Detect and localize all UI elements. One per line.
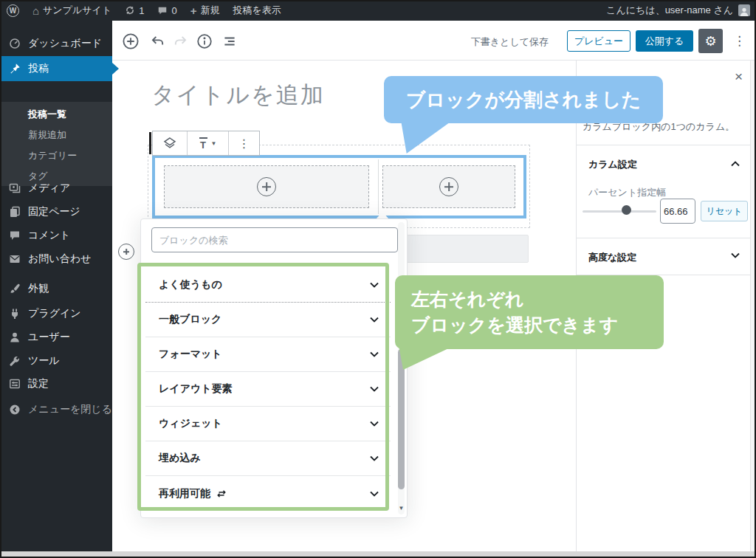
sibling-inserter-button[interactable] [118,244,134,260]
collapse-arrow-icon [9,404,21,416]
pages-icon [9,206,21,218]
sidebar-item-dashboard[interactable]: ダッシュボード [0,32,112,55]
sidebar-item-comments[interactable]: コメント [0,224,112,247]
submenu-item-add-new[interactable]: 新規追加 [28,128,112,142]
site-name-link[interactable]: ⌂ サンプルサイト [26,0,118,21]
new-content-button[interactable]: + 新規 [184,0,227,21]
category-most-used[interactable]: よく使うもの [145,268,391,303]
kebab-icon: ⋮ [238,137,250,151]
block-navigation-button[interactable] [220,32,239,51]
wordpress-admin-screen: W ⌂ サンプルサイト 1 0 + 新規 [0,0,756,558]
sidebar-item-label: お問い合わせ [28,252,91,266]
width-value-input[interactable] [660,199,695,224]
category-label: 再利用可能 [159,487,210,500]
comment-bubble-icon [157,5,168,16]
content-structure-button[interactable] [195,32,214,51]
home-icon: ⌂ [32,5,39,16]
active-menu-arrow [112,63,119,75]
undo-button[interactable] [148,32,167,51]
block-search-input[interactable] [151,227,398,252]
sidebar-item-label: メニューを閉じる [28,403,112,416]
wordpress-logo-icon: W [7,4,19,17]
preview-button[interactable]: プレビュー [567,30,630,52]
sidebar-item-settings[interactable]: 設定 [0,373,112,395]
comment-icon [9,230,21,241]
user-greeting[interactable]: こんにちは、user-name さん [606,4,733,17]
submenu-item-all-posts[interactable]: 投稿一覧 [28,108,112,121]
advanced-settings-header[interactable]: 高度な設定 [588,251,636,264]
chevron-down-icon [370,421,379,427]
tooltip-block-split: ブロックが分割されました [384,76,663,123]
block-caret [149,132,151,154]
chevron-down-icon [370,317,379,323]
view-post-link[interactable]: 投稿を表示 [226,0,287,21]
sidebar-item-label: 投稿 [28,62,49,75]
more-options-button[interactable]: ⋮ [733,32,746,51]
plug-icon [9,308,21,320]
window-scrollbar[interactable] [750,61,755,553]
column-block-type-button[interactable] [153,131,187,155]
column-left[interactable] [164,165,369,208]
category-reusable[interactable]: 再利用可能 [145,476,391,511]
scrollbar-thumb[interactable] [398,349,405,489]
settings-gear-button[interactable]: ⚙ [698,29,723,53]
empty-block-placeholder[interactable] [406,235,529,263]
reusable-loop-icon [216,489,227,498]
sidebar-item-appearance[interactable]: 外観 [0,278,112,300]
close-sidebar-button[interactable]: × [735,69,743,83]
chevron-down-icon[interactable] [731,252,740,258]
vertical-align-icon: T [199,137,207,150]
chevron-down-icon [370,386,379,392]
site-name-label: サンプルサイト [43,4,111,17]
column-settings-header[interactable]: カラム設定 [588,158,637,171]
update-icon [125,5,135,16]
category-layout[interactable]: レイアウト要素 [145,372,391,407]
selected-columns-block[interactable] [152,155,526,218]
sidebar-item-plugins[interactable]: プラグイン [0,303,112,325]
sidebar-item-media[interactable]: メディア [0,177,112,199]
reset-button[interactable]: リセット [701,201,748,221]
dashboard-icon [9,38,21,49]
sidebar-item-pages[interactable]: 固定ページ [0,201,112,223]
post-title-placeholder[interactable]: タイトルを追加 [151,80,325,111]
width-slider-handle[interactable] [622,205,631,215]
user-icon [9,331,21,343]
posts-submenu: 投稿一覧 新規追加 カテゴリー タグ [0,102,112,186]
comments-indicator[interactable]: 0 [151,0,183,21]
column-right[interactable] [382,165,515,208]
block-more-options-button[interactable]: ⋮ [228,131,259,155]
sidebar-item-contact[interactable]: お問い合わせ [0,248,112,270]
category-widgets[interactable]: ウィジェット [145,407,391,441]
sidebar-item-tools[interactable]: ツール [0,350,112,372]
add-block-button-right[interactable] [439,177,458,196]
sidebar-item-label: コメント [28,229,70,242]
scrollbar-down-arrow[interactable]: ▼ [398,505,405,512]
width-slider-track[interactable] [583,210,656,213]
sidebar-collapse-menu[interactable]: メニューを閉じる [0,399,112,421]
publish-button[interactable]: 公開する [636,30,693,52]
sidebar-item-label: メディア [28,182,70,195]
block-inserter-button[interactable] [121,32,140,51]
sidebar-item-label: ダッシュボード [28,37,102,50]
view-post-label: 投稿を表示 [233,4,281,17]
add-block-button-left[interactable] [257,177,276,196]
paintbrush-icon [9,283,21,294]
vertical-align-button[interactable]: T ▼ [187,131,228,155]
category-formatting[interactable]: フォーマット [145,337,391,372]
updates-indicator[interactable]: 1 [118,0,151,21]
category-common-blocks[interactable]: 一般ブロック [145,303,391,337]
submenu-item-categories[interactable]: カテゴリー [28,149,112,162]
chevron-down-icon [370,491,379,497]
avatar[interactable] [738,4,750,16]
sidebar-item-posts[interactable]: 投稿 [0,56,112,81]
chevron-up-icon[interactable] [731,161,740,167]
category-label: 埋め込み [159,452,201,465]
wordpress-logo-button[interactable]: W [0,0,26,21]
sidebar-item-users[interactable]: ユーザー [0,326,112,348]
save-draft-button[interactable]: 下書きとして保存 [471,35,549,49]
redo-button[interactable] [171,32,190,51]
category-embeds[interactable]: 埋め込み [145,441,391,476]
sidebar-item-label: ユーザー [28,331,70,344]
pin-icon [9,63,21,75]
column-divider [378,159,379,214]
